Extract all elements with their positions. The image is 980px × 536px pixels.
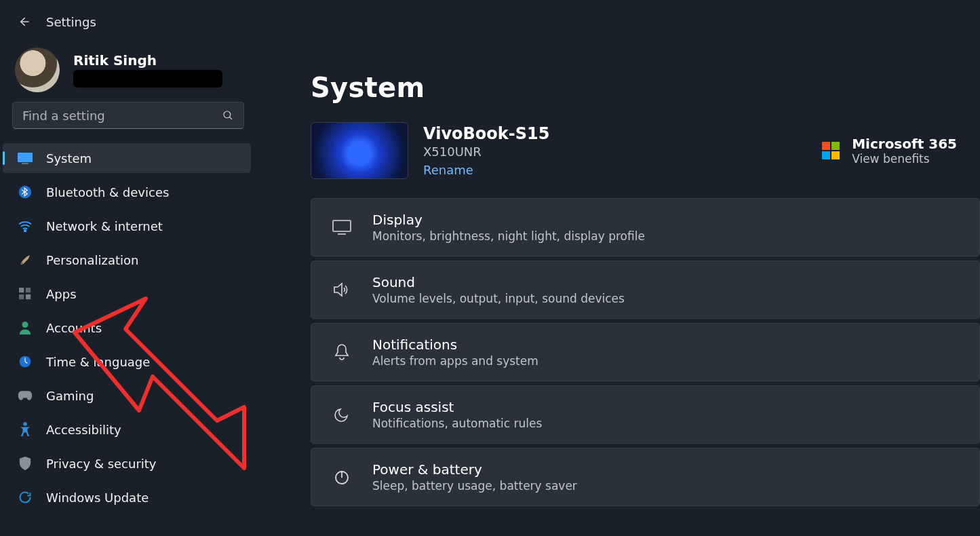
ms365-title: Microsoft 365 bbox=[852, 136, 957, 152]
sidebar-item-personalization[interactable]: Personalization bbox=[3, 245, 251, 275]
card-power-battery[interactable]: Power & battery Sleep, battery usage, ba… bbox=[311, 448, 980, 506]
svg-rect-6 bbox=[26, 288, 31, 292]
card-focus-assist[interactable]: Focus assist Notifications, automatic ru… bbox=[311, 385, 980, 444]
svg-rect-8 bbox=[26, 294, 31, 299]
main-content: System VivoBook-S15 X510UNR Rename Micro… bbox=[256, 43, 980, 536]
svg-rect-5 bbox=[19, 288, 24, 292]
sidebar-item-label: Gaming bbox=[46, 389, 94, 403]
card-subtitle: Monitors, brightness, night light, displ… bbox=[372, 229, 645, 243]
back-button[interactable] bbox=[15, 13, 33, 31]
device-model: X510UNR bbox=[423, 145, 549, 159]
sidebar: Ritik Singh System bbox=[0, 43, 256, 536]
card-notifications[interactable]: Notifications Alerts from apps and syste… bbox=[311, 323, 980, 381]
svg-rect-2 bbox=[22, 163, 28, 164]
sidebar-item-label: System bbox=[46, 151, 92, 166]
card-title: Notifications bbox=[372, 337, 538, 353]
avatar bbox=[15, 47, 60, 92]
svg-rect-1 bbox=[18, 153, 33, 162]
device-thumbnail bbox=[311, 122, 408, 179]
globe-clock-icon bbox=[18, 354, 33, 369]
app-title: Settings bbox=[46, 15, 96, 29]
sidebar-item-label: Accessibility bbox=[46, 423, 121, 437]
sidebar-item-accounts[interactable]: Accounts bbox=[3, 313, 251, 343]
svg-point-0 bbox=[224, 111, 231, 118]
update-icon bbox=[18, 490, 33, 505]
person-icon bbox=[18, 320, 33, 335]
search-input[interactable] bbox=[22, 109, 215, 123]
search-box[interactable] bbox=[12, 102, 244, 129]
moon-icon bbox=[330, 406, 353, 423]
card-display[interactable]: Display Monitors, brightness, night ligh… bbox=[311, 198, 980, 256]
svg-point-11 bbox=[23, 422, 26, 425]
card-title: Focus assist bbox=[372, 399, 542, 415]
card-title: Display bbox=[372, 212, 645, 228]
sidebar-item-label: Time & language bbox=[46, 355, 150, 369]
sidebar-item-label: Apps bbox=[46, 287, 77, 301]
microsoft-logo-icon bbox=[822, 142, 840, 159]
bell-icon bbox=[330, 343, 353, 361]
svg-rect-7 bbox=[19, 294, 24, 299]
card-subtitle: Volume levels, output, input, sound devi… bbox=[372, 292, 625, 305]
svg-point-4 bbox=[24, 230, 26, 232]
card-subtitle: Alerts from apps and system bbox=[372, 354, 538, 368]
settings-card-list: Display Monitors, brightness, night ligh… bbox=[311, 198, 980, 506]
device-row: VivoBook-S15 X510UNR Rename Microsoft 36… bbox=[311, 122, 980, 179]
sidebar-item-label: Accounts bbox=[46, 321, 102, 335]
sidebar-item-label: Network & internet bbox=[46, 219, 163, 233]
sidebar-item-label: Bluetooth & devices bbox=[46, 185, 169, 199]
sidebar-item-network[interactable]: Network & internet bbox=[3, 211, 251, 241]
sidebar-item-label: Privacy & security bbox=[46, 457, 157, 471]
sidebar-item-privacy[interactable]: Privacy & security bbox=[3, 448, 251, 478]
power-icon bbox=[330, 469, 353, 485]
profile-email-redacted bbox=[73, 70, 222, 88]
sidebar-item-system[interactable]: System bbox=[3, 143, 251, 173]
profile-name: Ritik Singh bbox=[73, 52, 222, 69]
ms365-sub: View benefits bbox=[852, 152, 957, 166]
card-subtitle: Notifications, automatic rules bbox=[372, 417, 542, 430]
sidebar-item-label: Personalization bbox=[46, 253, 138, 267]
microsoft-365-block[interactable]: Microsoft 365 View benefits bbox=[822, 136, 957, 166]
monitor-icon bbox=[330, 219, 353, 235]
accessibility-icon bbox=[18, 422, 33, 437]
card-title: Sound bbox=[372, 274, 625, 290]
sidebar-item-time-language[interactable]: Time & language bbox=[3, 347, 251, 377]
title-bar: Settings bbox=[0, 0, 980, 43]
sidebar-item-label: Windows Update bbox=[46, 491, 149, 505]
wifi-icon bbox=[18, 218, 33, 233]
card-title: Power & battery bbox=[372, 461, 577, 478]
profile-block[interactable]: Ritik Singh bbox=[0, 47, 256, 102]
search-icon bbox=[222, 109, 234, 121]
display-icon bbox=[18, 151, 33, 166]
device-name: VivoBook-S15 bbox=[423, 124, 549, 143]
sidebar-item-apps[interactable]: Apps bbox=[3, 279, 251, 309]
shield-icon bbox=[18, 456, 33, 471]
page-title: System bbox=[311, 72, 980, 103]
card-sound[interactable]: Sound Volume levels, output, input, soun… bbox=[311, 261, 980, 319]
sidebar-item-windows-update[interactable]: Windows Update bbox=[3, 482, 251, 512]
apps-icon bbox=[18, 286, 33, 301]
paintbrush-icon bbox=[18, 252, 33, 267]
rename-link[interactable]: Rename bbox=[423, 163, 549, 177]
speaker-icon bbox=[330, 282, 353, 298]
svg-rect-12 bbox=[333, 221, 351, 231]
sidebar-item-bluetooth[interactable]: Bluetooth & devices bbox=[3, 177, 251, 207]
gamepad-icon bbox=[18, 388, 33, 403]
sidebar-item-accessibility[interactable]: Accessibility bbox=[3, 415, 251, 444]
sidebar-item-gaming[interactable]: Gaming bbox=[3, 381, 251, 410]
bluetooth-icon bbox=[18, 185, 33, 199]
svg-point-9 bbox=[22, 322, 28, 328]
card-subtitle: Sleep, battery usage, battery saver bbox=[372, 479, 577, 493]
nav-list: System Bluetooth & devices Network & int… bbox=[0, 141, 256, 514]
